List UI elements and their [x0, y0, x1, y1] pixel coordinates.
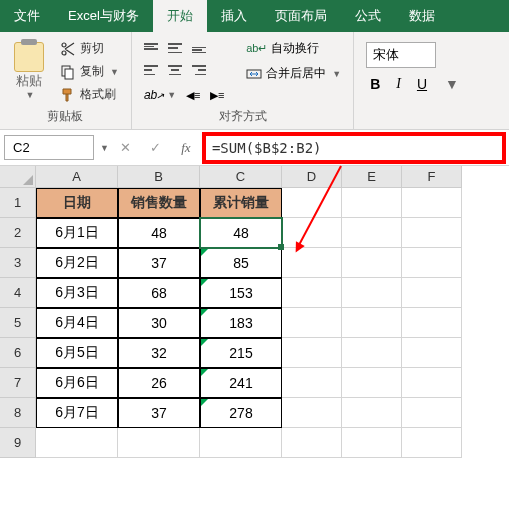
row-header-5[interactable]: 5 [0, 308, 36, 338]
merge-center-button[interactable]: 合并后居中 ▼ [242, 63, 345, 84]
select-all-corner[interactable] [0, 166, 36, 188]
cell-b1[interactable]: 销售数量 [118, 188, 200, 218]
paste-dropdown-icon[interactable]: ▼ [26, 90, 35, 100]
cell-b9[interactable] [118, 428, 200, 458]
cell-f1[interactable] [402, 188, 462, 218]
cell-d4[interactable] [282, 278, 342, 308]
tab-excel-finance[interactable]: Excel与财务 [54, 0, 153, 32]
cell-f9[interactable] [402, 428, 462, 458]
cell-f4[interactable] [402, 278, 462, 308]
row-header-8[interactable]: 8 [0, 398, 36, 428]
cell-e8[interactable] [342, 398, 402, 428]
row-header-6[interactable]: 6 [0, 338, 36, 368]
name-box-dropdown-icon[interactable]: ▼ [100, 143, 109, 153]
cell-f3[interactable] [402, 248, 462, 278]
cell-e9[interactable] [342, 428, 402, 458]
cell-b4[interactable]: 68 [118, 278, 200, 308]
row-header-1[interactable]: 1 [0, 188, 36, 218]
cell-a5[interactable]: 6月4日 [36, 308, 118, 338]
cell-a7[interactable]: 6月6日 [36, 368, 118, 398]
cell-f6[interactable] [402, 338, 462, 368]
cell-c2[interactable]: 48 [200, 218, 282, 248]
merge-dropdown-icon[interactable]: ▼ [332, 69, 341, 79]
cell-d6[interactable] [282, 338, 342, 368]
tab-insert[interactable]: 插入 [207, 0, 261, 32]
cell-a4[interactable]: 6月3日 [36, 278, 118, 308]
tab-file[interactable]: 文件 [0, 0, 54, 32]
cell-f7[interactable] [402, 368, 462, 398]
col-header-a[interactable]: A [36, 166, 118, 188]
formula-accept-button[interactable]: ✓ [143, 135, 169, 161]
cell-e5[interactable] [342, 308, 402, 338]
paste-button[interactable]: 粘贴 ▼ [8, 38, 50, 105]
align-center-button[interactable] [164, 60, 186, 80]
cell-d3[interactable] [282, 248, 342, 278]
cell-e6[interactable] [342, 338, 402, 368]
cell-e2[interactable] [342, 218, 402, 248]
cell-c5[interactable]: 183 [200, 308, 282, 338]
cell-a6[interactable]: 6月5日 [36, 338, 118, 368]
cell-b3[interactable]: 37 [118, 248, 200, 278]
tab-data[interactable]: 数据 [395, 0, 449, 32]
cell-a2[interactable]: 6月1日 [36, 218, 118, 248]
cell-c9[interactable] [200, 428, 282, 458]
row-header-4[interactable]: 4 [0, 278, 36, 308]
cell-c1[interactable]: 累计销量 [200, 188, 282, 218]
tab-formulas[interactable]: 公式 [341, 0, 395, 32]
cut-button[interactable]: 剪切 [56, 38, 123, 59]
wrap-text-button[interactable]: ab↵ 自动换行 [242, 38, 345, 59]
format-painter-button[interactable]: 格式刷 [56, 84, 123, 105]
fill-handle[interactable] [278, 244, 284, 250]
cell-d1[interactable] [282, 188, 342, 218]
cell-d8[interactable] [282, 398, 342, 428]
cell-a1[interactable]: 日期 [36, 188, 118, 218]
row-header-3[interactable]: 3 [0, 248, 36, 278]
col-header-b[interactable]: B [118, 166, 200, 188]
cell-e4[interactable] [342, 278, 402, 308]
align-top-button[interactable] [140, 38, 162, 58]
font-family-select[interactable]: 宋体 [366, 42, 436, 68]
cell-c7[interactable]: 241 [200, 368, 282, 398]
underline-dropdown-icon[interactable]: ▼ [441, 74, 463, 94]
cell-b6[interactable]: 32 [118, 338, 200, 368]
align-left-button[interactable] [140, 60, 162, 80]
col-header-f[interactable]: F [402, 166, 462, 188]
cell-b8[interactable]: 37 [118, 398, 200, 428]
cell-e1[interactable] [342, 188, 402, 218]
col-header-e[interactable]: E [342, 166, 402, 188]
cell-d7[interactable] [282, 368, 342, 398]
cell-c4[interactable]: 153 [200, 278, 282, 308]
name-box[interactable]: C2 [4, 135, 94, 160]
orientation-button[interactable]: ab↗▼ [140, 85, 180, 105]
row-header-9[interactable]: 9 [0, 428, 36, 458]
cell-c6[interactable]: 215 [200, 338, 282, 368]
insert-function-button[interactable]: fx [173, 135, 199, 161]
cell-a3[interactable]: 6月2日 [36, 248, 118, 278]
row-header-7[interactable]: 7 [0, 368, 36, 398]
cell-d9[interactable] [282, 428, 342, 458]
cell-f8[interactable] [402, 398, 462, 428]
cell-b2[interactable]: 48 [118, 218, 200, 248]
formula-cancel-button[interactable]: ✕ [113, 135, 139, 161]
align-bottom-button[interactable] [188, 38, 210, 58]
formula-input[interactable]: =SUM($B$2:B2) [203, 133, 505, 163]
align-middle-button[interactable] [164, 38, 186, 58]
cell-a9[interactable] [36, 428, 118, 458]
cell-e3[interactable] [342, 248, 402, 278]
align-right-button[interactable] [188, 60, 210, 80]
increase-indent-button[interactable]: ▶≡ [206, 85, 228, 105]
cell-e7[interactable] [342, 368, 402, 398]
cell-b7[interactable]: 26 [118, 368, 200, 398]
copy-dropdown-icon[interactable]: ▼ [110, 67, 119, 77]
cell-b5[interactable]: 30 [118, 308, 200, 338]
bold-button[interactable]: B [366, 74, 384, 94]
tab-layout[interactable]: 页面布局 [261, 0, 341, 32]
cell-c3[interactable]: 85 [200, 248, 282, 278]
cell-f5[interactable] [402, 308, 462, 338]
underline-button[interactable]: U [413, 74, 431, 94]
col-header-c[interactable]: C [200, 166, 282, 188]
italic-button[interactable]: I [392, 74, 405, 94]
tab-home[interactable]: 开始 [153, 0, 207, 32]
cell-c8[interactable]: 278 [200, 398, 282, 428]
row-header-2[interactable]: 2 [0, 218, 36, 248]
